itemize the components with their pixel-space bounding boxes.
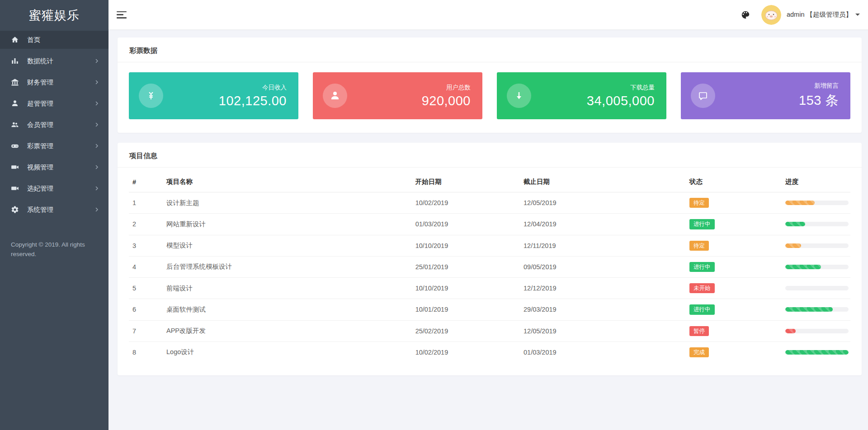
col-header-status: 状态 xyxy=(686,170,782,192)
table-row: 1 设计新主题 10/02/2019 12/05/2019 待定 xyxy=(129,192,850,214)
chat-icon xyxy=(698,90,708,101)
chevron-right-icon xyxy=(94,79,99,85)
progress-track xyxy=(785,201,849,205)
chevron-right-icon xyxy=(94,101,99,106)
stat-card-label: 新增留言 xyxy=(799,82,839,90)
stat-card-value: 34,005,000 xyxy=(587,93,655,108)
cell-index: 4 xyxy=(129,256,163,277)
cell-end-date: 12/05/2019 xyxy=(520,192,686,214)
table-row: 7 APP改版开发 25/02/2019 12/05/2019 暂停 xyxy=(129,320,850,341)
sidebar-item-1[interactable]: 数据统计 xyxy=(0,52,108,70)
table-row: 5 前端设计 10/10/2019 12/12/2019 未开始 xyxy=(129,278,850,299)
header: admin 【超级管理员】 xyxy=(108,0,868,30)
copyright-text: Copyright © 2019. All rights reserved. xyxy=(0,240,90,259)
chevron-right-icon xyxy=(94,58,99,64)
cell-start-date: 25/02/2019 xyxy=(412,320,520,341)
video-icon xyxy=(11,184,19,192)
cell-name: 后台管理系统模板设计 xyxy=(163,256,412,277)
sidebar-item-label: 数据统计 xyxy=(27,57,94,65)
col-header-name: 项目名称 xyxy=(163,170,412,192)
table-row: 4 后台管理系统模板设计 25/01/2019 09/05/2019 进行中 xyxy=(129,256,850,277)
progress-track xyxy=(785,286,849,290)
menu-toggle-button[interactable] xyxy=(117,11,127,19)
sidebar-item-7[interactable]: 选妃管理 xyxy=(0,179,108,197)
gear-icon xyxy=(11,206,19,214)
video-icon xyxy=(11,163,19,171)
user-name: admin 【超级管理员】 xyxy=(787,10,852,19)
sidebar-item-label: 选妃管理 xyxy=(27,184,94,193)
cell-end-date: 12/04/2019 xyxy=(520,214,686,235)
palette-icon[interactable] xyxy=(741,10,750,20)
cell-name: 桌面软件测试 xyxy=(163,299,412,320)
progress-fill xyxy=(785,350,849,355)
table-row: 2 网站重新设计 01/03/2019 12/04/2019 进行中 xyxy=(129,214,850,235)
progress-track xyxy=(785,350,849,355)
stat-card-label: 今日收入 xyxy=(219,84,287,92)
cell-start-date: 10/01/2019 xyxy=(412,299,520,320)
download-icon xyxy=(514,90,524,101)
stat-card-1: 用户总数 920,000 xyxy=(313,72,482,119)
chevron-right-icon xyxy=(94,143,99,149)
cell-name: 前端设计 xyxy=(163,278,412,299)
progress-fill xyxy=(785,222,805,226)
stat-card-0: 今日收入 102,125.00 xyxy=(129,72,298,119)
progress-fill xyxy=(785,265,821,269)
table-header-row: # 项目名称 开始日期 截止日期 状态 进度 xyxy=(129,170,850,192)
user-icon xyxy=(11,99,19,108)
yen-icon xyxy=(146,90,156,101)
user-menu[interactable]: admin 【超级管理员】 xyxy=(787,10,860,19)
avatar[interactable] xyxy=(761,5,781,25)
sidebar-item-label: 系统管理 xyxy=(27,206,94,214)
sidebar-item-3[interactable]: 超管管理 xyxy=(0,94,108,112)
chevron-right-icon xyxy=(94,207,99,212)
stat-card-label: 用户总数 xyxy=(422,84,471,92)
cell-start-date: 01/03/2019 xyxy=(412,214,520,235)
sidebar-item-label: 视频管理 xyxy=(27,163,94,172)
cell-index: 7 xyxy=(129,320,163,341)
table-row: 6 桌面软件测试 10/01/2019 29/03/2019 进行中 xyxy=(129,299,850,320)
cell-end-date: 29/03/2019 xyxy=(520,299,686,320)
chevron-right-icon xyxy=(94,186,99,191)
projects-table-body: 1 设计新主题 10/02/2019 12/05/2019 待定 2 网站重新设… xyxy=(129,192,850,363)
cell-end-date: 12/05/2019 xyxy=(520,320,686,341)
home-icon xyxy=(11,36,19,44)
cell-index: 3 xyxy=(129,235,163,256)
status-badge: 进行中 xyxy=(689,304,715,314)
users-icon xyxy=(11,121,19,129)
cell-end-date: 12/12/2019 xyxy=(520,278,686,299)
progress-fill xyxy=(785,201,814,205)
stat-card-label: 下载总量 xyxy=(587,84,655,92)
progress-track xyxy=(785,222,849,226)
sidebar-item-5[interactable]: 彩票管理 xyxy=(0,137,108,155)
progress-track xyxy=(785,329,849,333)
sidebar-item-0[interactable]: 首页 xyxy=(0,31,108,49)
sidebar-item-4[interactable]: 会员管理 xyxy=(0,116,108,134)
status-badge: 进行中 xyxy=(689,219,715,229)
col-header-progress: 进度 xyxy=(782,170,850,192)
chevron-right-icon xyxy=(94,122,99,127)
cell-end-date: 12/11/2019 xyxy=(520,235,686,256)
sidebar-item-2[interactable]: 财务管理 xyxy=(0,73,108,91)
cell-start-date: 10/10/2019 xyxy=(412,235,520,256)
caret-down-icon xyxy=(855,14,860,16)
cell-name: 网站重新设计 xyxy=(163,214,412,235)
sidebar-item-label: 会员管理 xyxy=(27,121,94,129)
user-icon xyxy=(330,90,340,101)
sidebar-item-label: 超管管理 xyxy=(27,99,94,108)
cell-name: 设计新主题 xyxy=(163,192,412,214)
cell-name: 模型设计 xyxy=(163,235,412,256)
stat-card-2: 下载总量 34,005,000 xyxy=(497,72,666,119)
bank-icon xyxy=(11,78,19,86)
progress-fill xyxy=(785,307,833,312)
sidebar-item-6[interactable]: 视频管理 xyxy=(0,158,108,176)
cell-index: 2 xyxy=(129,214,163,235)
col-header-end: 截止日期 xyxy=(520,170,686,192)
sidebar-item-8[interactable]: 系统管理 xyxy=(0,201,108,219)
status-badge: 未开始 xyxy=(689,283,715,293)
cell-index: 8 xyxy=(129,341,163,363)
cell-start-date: 10/02/2019 xyxy=(412,192,520,214)
col-header-start: 开始日期 xyxy=(412,170,520,192)
status-badge: 暂停 xyxy=(689,326,709,336)
avatar-image xyxy=(761,5,781,25)
projects-table: # 项目名称 开始日期 截止日期 状态 进度 1 设计新主题 10/02/201… xyxy=(129,170,850,363)
